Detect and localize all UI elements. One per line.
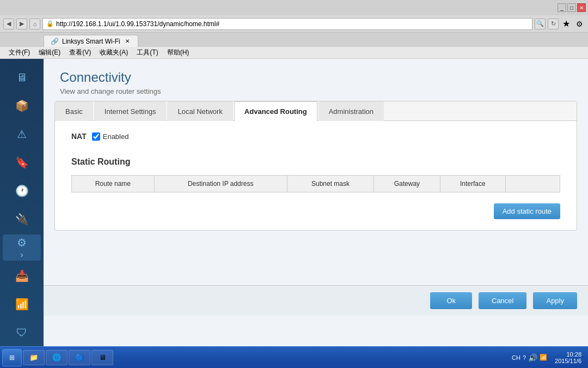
col-route-name: Route name	[72, 176, 155, 192]
volume-icon[interactable]: 🔊	[528, 353, 537, 362]
menu-favorites[interactable]: 收藏夹(A)	[95, 47, 132, 58]
tab-advanced-routing[interactable]: Advanced Routing	[234, 101, 317, 121]
star-icon[interactable]: ★	[561, 19, 572, 29]
menu-edit[interactable]: 编辑(E)	[34, 47, 65, 58]
browser-toolbar: ◀ ▶ ⌂ 🔒 🔍 ↻ ★ ⚙	[0, 15, 588, 33]
ie-icon: 🌐	[52, 353, 61, 361]
settings-icon: ⚙	[17, 236, 27, 249]
network-icon[interactable]: 📶	[540, 354, 547, 361]
col-actions	[506, 176, 560, 192]
cancel-button[interactable]: Cancel	[479, 292, 526, 309]
sidebar-item-time[interactable]: 🕐	[3, 178, 41, 204]
main-layout: 🖥 📦 ⚠ 🔖 🕐 🔌 ⚙ › 📥 📶 🛡	[0, 59, 588, 368]
taskbar-app-remote[interactable]: 🖥	[91, 350, 113, 365]
connectivity-card: Basic Internet Settings Local Network Ad…	[54, 101, 577, 231]
start-button[interactable]: ⊞	[2, 349, 22, 366]
content-area: Connectivity View and change router sett…	[44, 59, 588, 368]
col-interface: Interface	[440, 176, 505, 192]
url-input[interactable]	[56, 20, 529, 28]
taskbar-system-icons: CH ? 🔊 📶	[510, 353, 549, 362]
static-routing-section: Static Routing Route name Destination IP…	[71, 157, 560, 219]
tools-icon[interactable]: ⚙	[574, 19, 585, 29]
taskbar-clock: 10:28 2015/11/6	[550, 351, 586, 364]
page-header: Connectivity View and change router sett…	[44, 59, 588, 101]
address-bar[interactable]: 🔒	[42, 18, 532, 30]
page-content: Connectivity View and change router sett…	[44, 59, 588, 368]
tab-bar-nav: Basic Internet Settings Local Network Ad…	[55, 101, 577, 121]
ok-button[interactable]: Ok	[430, 292, 472, 309]
nat-section: NAT Enabled	[71, 132, 560, 141]
nat-enabled-label[interactable]: Enabled	[103, 132, 129, 141]
sidebar-item-usb[interactable]: 🔌	[3, 206, 41, 232]
sidebar-item-wifi[interactable]: 📶	[3, 291, 41, 317]
sidebar-item-updates[interactable]: 📦	[3, 93, 41, 119]
alert-icon: ⚠	[17, 128, 27, 141]
sidebar-item-settings[interactable]: ⚙ ›	[3, 234, 41, 261]
download-icon: 📥	[15, 269, 29, 282]
tab-close-button[interactable]: ✕	[124, 38, 131, 45]
menu-file[interactable]: 文件(F)	[4, 47, 34, 58]
shield-icon: 🛡	[16, 327, 27, 339]
help-icon: ?	[523, 354, 526, 361]
menu-tools[interactable]: 工具(T)	[132, 47, 162, 58]
static-routing-title: Static Routing	[71, 157, 560, 167]
date-display: 2015/11/6	[555, 358, 581, 364]
wifi-icon: 📶	[15, 298, 29, 311]
forward-button[interactable]: ▶	[16, 19, 27, 29]
taskbar-app-chrome[interactable]: 🔵	[69, 350, 90, 365]
taskbar-app-ie[interactable]: 🌐	[46, 350, 68, 365]
package-icon: 📦	[15, 99, 29, 112]
col-dest-ip: Destination IP address	[154, 176, 287, 192]
page-footer: Ok Cancel Apply	[44, 285, 588, 316]
tab-local-network[interactable]: Local Network	[167, 101, 232, 121]
tab-basic[interactable]: Basic	[55, 101, 93, 121]
tab-administration[interactable]: Administration	[318, 101, 384, 121]
back-button[interactable]: ◀	[3, 19, 14, 29]
sidebar-item-parental[interactable]: 🔖	[3, 149, 41, 176]
refresh-button[interactable]: ↻	[548, 19, 559, 29]
folder-icon: 📁	[29, 353, 38, 361]
card-body: NAT Enabled Static Routing Route na	[55, 121, 577, 230]
home-button[interactable]: ⌂	[29, 19, 40, 29]
menu-bar: 文件(F) 编辑(E) 查看(V) 收藏夹(A) 工具(T) 帮助(H)	[0, 47, 588, 59]
col-subnet: Subnet mask	[287, 176, 373, 192]
menu-help[interactable]: 帮助(H)	[163, 47, 194, 58]
taskbar: ⊞ 📁 🌐 🔵 🖥 CH ? 🔊 📶 10:28 2015/11/6	[0, 346, 588, 368]
monitor-icon: 🖥	[16, 71, 27, 84]
nat-checkbox-group: Enabled	[92, 132, 129, 141]
close-button[interactable]: ✕	[577, 3, 586, 12]
usb-icon: 🔌	[15, 213, 29, 226]
clock-icon: 🕐	[15, 184, 29, 197]
search-button[interactable]: 🔍	[535, 19, 546, 29]
language-icon: CH	[512, 354, 520, 361]
sidebar-item-alerts[interactable]: ⚠	[3, 121, 41, 147]
browser-tab-linksys[interactable]: 🔗 Linksys Smart Wi-Fi ✕	[44, 35, 138, 47]
taskbar-app-explorer[interactable]: 📁	[23, 350, 45, 365]
remote-icon: 🖥	[99, 353, 106, 361]
maximize-button[interactable]: □	[567, 3, 576, 12]
sidebar-item-security[interactable]: 🛡	[3, 319, 41, 346]
time-display: 10:28	[555, 351, 581, 358]
windows-logo-icon: ⊞	[9, 354, 15, 361]
parental-icon: 🔖	[15, 156, 29, 169]
nat-label: NAT	[71, 132, 87, 141]
sidebar: 🖥 📦 ⚠ 🔖 🕐 🔌 ⚙ › 📥 📶 🛡	[0, 59, 44, 368]
sidebar-item-software[interactable]: 📥	[3, 263, 41, 289]
apply-button[interactable]: Apply	[533, 292, 577, 309]
col-gateway: Gateway	[374, 176, 440, 192]
tab-bar: 🔗 Linksys Smart Wi-Fi ✕	[0, 33, 588, 47]
minimize-button[interactable]: _	[558, 3, 566, 12]
routing-table: Route name Destination IP address Subnet…	[71, 175, 560, 192]
chevron-right-icon: ›	[21, 250, 23, 259]
page-subtitle: View and change router settings	[60, 87, 572, 95]
add-static-route-button[interactable]: Add static route	[494, 203, 560, 219]
tab-internet[interactable]: Internet Settings	[94, 101, 167, 121]
menu-view[interactable]: 查看(V)	[65, 47, 95, 58]
browser-titlebar: _ □ ✕	[0, 0, 588, 15]
nat-enabled-checkbox[interactable]	[92, 132, 100, 141]
chrome-icon: 🔵	[75, 353, 84, 361]
page-title: Connectivity	[60, 70, 572, 85]
sidebar-item-dashboard[interactable]: 🖥	[3, 64, 41, 91]
